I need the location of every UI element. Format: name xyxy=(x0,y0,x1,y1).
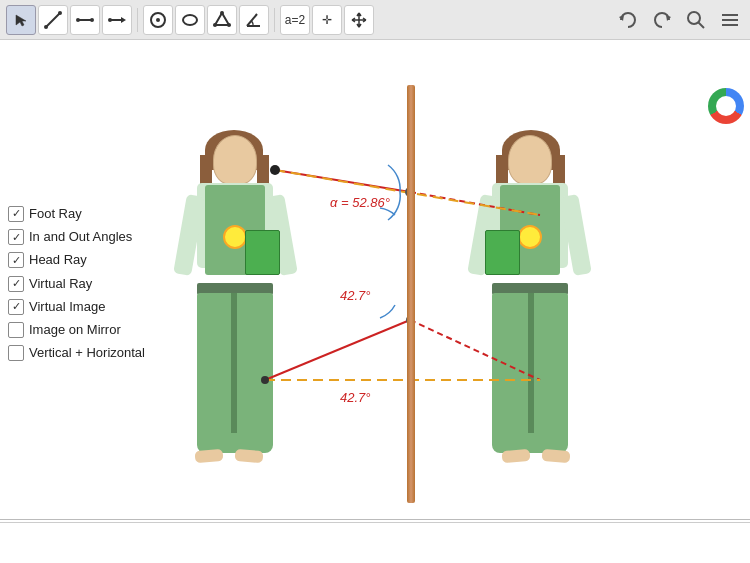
tool-angle[interactable] xyxy=(239,5,269,35)
svg-point-9 xyxy=(108,18,112,22)
separator-2 xyxy=(274,8,275,32)
toolbar: a=2 ✛ xyxy=(0,0,750,40)
book-right xyxy=(485,230,520,275)
mirror xyxy=(407,85,415,503)
svg-marker-0 xyxy=(16,15,26,26)
legend-label-head-ray: Head Ray xyxy=(29,251,87,269)
legend-check-vertical-horizontal[interactable] xyxy=(8,345,24,361)
legend-label-vertical-horizontal: Vertical + Horizontal xyxy=(29,344,145,362)
tool-polygon[interactable] xyxy=(207,5,237,35)
body-dot-left xyxy=(223,225,247,249)
legend-label-image-on-mirror: Image on Mirror xyxy=(29,321,121,339)
foot-left-r xyxy=(235,449,264,463)
svg-point-16 xyxy=(213,23,217,27)
tool-move[interactable] xyxy=(344,5,374,35)
tool-line[interactable] xyxy=(38,5,68,35)
legend-check-virtual-ray[interactable]: ✓ xyxy=(8,276,24,292)
ground-line xyxy=(0,519,750,520)
svg-line-1 xyxy=(46,13,60,27)
tool-ellipse[interactable] xyxy=(175,5,205,35)
alpha-label: α = 52.86° xyxy=(330,195,390,210)
legend-item-head-ray[interactable]: ✓ Head Ray xyxy=(8,251,145,269)
legend-check-head-ray[interactable]: ✓ xyxy=(8,252,24,268)
leg-gap-left xyxy=(231,293,237,433)
tool-ray[interactable] xyxy=(102,5,132,35)
person-right xyxy=(470,135,590,475)
tool-formula[interactable]: ✛ xyxy=(312,5,342,35)
head-right xyxy=(508,135,552,185)
book-left xyxy=(245,230,280,275)
legend-label-virtual-image: Virtual Image xyxy=(29,298,105,316)
redo-button[interactable] xyxy=(648,6,676,34)
geogebra-logo xyxy=(708,88,744,124)
body-dot-right xyxy=(518,225,542,249)
foot-right-r xyxy=(502,449,531,463)
legend-item-image-on-mirror[interactable]: Image on Mirror xyxy=(8,321,145,339)
legend-item-vertical-horizontal[interactable]: Vertical + Horizontal xyxy=(8,344,145,362)
svg-point-2 xyxy=(44,25,48,29)
tool-circle[interactable] xyxy=(143,5,173,35)
legend: ✓ Foot Ray ✓ In and Out Angles ✓ Head Ra… xyxy=(8,205,145,367)
legend-item-virtual-ray[interactable]: ✓ Virtual Ray xyxy=(8,275,145,293)
search-button[interactable] xyxy=(682,6,710,34)
leg-gap-right xyxy=(528,293,534,433)
head-left xyxy=(213,135,257,185)
tool-select[interactable] xyxy=(6,5,36,35)
legend-item-in-out-angles[interactable]: ✓ In and Out Angles xyxy=(8,228,145,246)
legend-check-foot-ray[interactable]: ✓ xyxy=(8,206,24,222)
legend-check-in-out-angles[interactable]: ✓ xyxy=(8,229,24,245)
tool-text[interactable]: a=2 xyxy=(280,5,310,35)
figure-left xyxy=(155,135,315,495)
foot-right-l xyxy=(542,449,571,463)
legend-label-virtual-ray: Virtual Ray xyxy=(29,275,92,293)
toolbar-right xyxy=(614,6,744,34)
svg-line-18 xyxy=(247,14,257,26)
foot-left-l xyxy=(195,449,224,463)
svg-point-14 xyxy=(220,11,224,15)
separator-1 xyxy=(137,8,138,32)
undo-button[interactable] xyxy=(614,6,642,34)
canvas-area[interactable]: α = 52.86° 42.7° 42.7° ✓ Foot Ray ✓ In a… xyxy=(0,40,750,563)
legend-label-in-out-angles: In and Out Angles xyxy=(29,228,132,246)
legend-check-image-on-mirror[interactable] xyxy=(8,322,24,338)
figure-right xyxy=(450,135,610,495)
svg-marker-8 xyxy=(121,17,126,23)
legend-check-virtual-image[interactable]: ✓ xyxy=(8,299,24,315)
svg-point-5 xyxy=(76,18,80,22)
angle1-label: 42.7° xyxy=(340,288,371,303)
tool-segment[interactable] xyxy=(70,5,100,35)
angle2-label: 42.7° xyxy=(340,390,371,405)
legend-item-virtual-image[interactable]: ✓ Virtual Image xyxy=(8,298,145,316)
svg-point-6 xyxy=(90,18,94,22)
svg-line-22 xyxy=(698,22,704,28)
person-left xyxy=(175,135,295,475)
legend-label-foot-ray: Foot Ray xyxy=(29,205,82,223)
svg-point-15 xyxy=(227,23,231,27)
svg-point-3 xyxy=(58,11,62,15)
legend-item-foot-ray[interactable]: ✓ Foot Ray xyxy=(8,205,145,223)
svg-point-11 xyxy=(156,18,160,22)
menu-button[interactable] xyxy=(716,6,744,34)
svg-point-12 xyxy=(183,15,197,25)
